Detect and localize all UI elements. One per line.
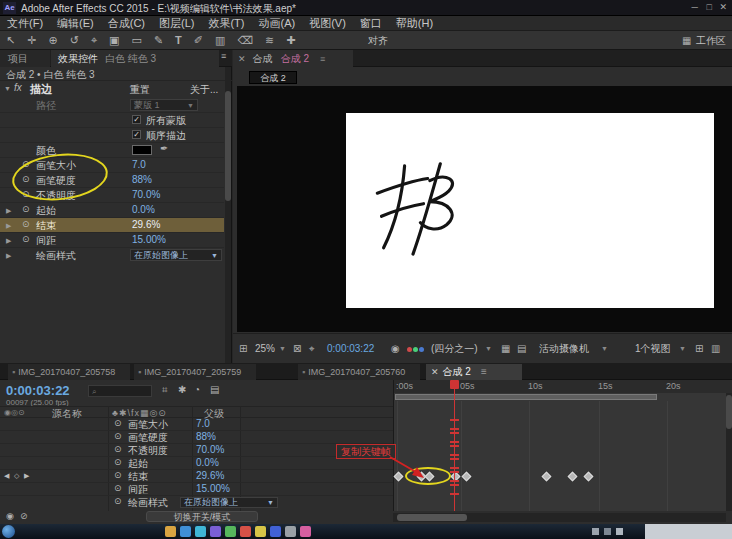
- channel-icon[interactable]: [413, 347, 418, 352]
- safe-zones-icon[interactable]: ⊠: [293, 334, 301, 364]
- tab-img-205758[interactable]: ▪IMG_20170407_205758: [8, 364, 130, 380]
- menu-help[interactable]: 帮助(H): [389, 17, 440, 29]
- keyframe-diamond[interactable]: [462, 472, 472, 482]
- property-value[interactable]: 0.0%: [196, 457, 219, 468]
- paint-style-dropdown[interactable]: 在原始图像上▼: [130, 249, 222, 261]
- property-value[interactable]: 88%: [196, 431, 216, 442]
- stopwatch-icon[interactable]: ⊙: [22, 189, 30, 199]
- pen-tool[interactable]: ✎: [148, 34, 169, 46]
- timeline-track-area[interactable]: [393, 393, 732, 511]
- stroke-seq-checkbox[interactable]: ✓: [132, 130, 141, 139]
- path-dropdown[interactable]: 蒙版 1▼: [130, 99, 198, 111]
- tray-icon[interactable]: [604, 528, 611, 535]
- close-icon[interactable]: ✕: [426, 367, 443, 377]
- stopwatch-icon[interactable]: ⊙: [114, 431, 122, 441]
- taskbar-clock-area[interactable]: [645, 524, 732, 539]
- paint-style-dropdown[interactable]: 在原始图像上▼: [180, 497, 278, 508]
- keyframe-diamond[interactable]: [542, 472, 552, 482]
- keyframe-nav-previous-icon[interactable]: ◀: [4, 472, 9, 480]
- time-ruler[interactable]: :00s 05s 10s 15s 20s: [393, 380, 732, 393]
- taskbar-app-gray[interactable]: [285, 526, 296, 537]
- property-value[interactable]: 15.00%: [196, 483, 230, 494]
- keyframe-nav-next-icon[interactable]: ▶: [24, 472, 29, 480]
- panel-menu-icon[interactable]: ≡: [312, 54, 325, 64]
- region-of-interest-icon[interactable]: ▦: [501, 334, 510, 364]
- view-layout-select[interactable]: 1个视图: [635, 334, 671, 364]
- tab-img-205760[interactable]: ▪IMG_20170407_205760: [298, 364, 420, 380]
- crosshair-icon[interactable]: ⌖: [309, 334, 315, 364]
- expand-triangle-icon[interactable]: ▶: [6, 207, 11, 215]
- expand-triangle-icon[interactable]: ▶: [6, 252, 11, 260]
- selection-tool[interactable]: ↖: [0, 34, 21, 46]
- property-value[interactable]: 29.6%: [132, 219, 160, 230]
- stopwatch-icon[interactable]: ⊙: [114, 444, 122, 454]
- comp-timecode[interactable]: 0:00:03:22: [327, 334, 374, 364]
- taskbar-app-blue[interactable]: [270, 526, 281, 537]
- comp-canvas[interactable]: [346, 113, 714, 308]
- stopwatch-icon[interactable]: ⊙: [22, 159, 30, 169]
- expand-inout-icon[interactable]: ⊘: [20, 511, 28, 521]
- roto-brush-tool[interactable]: ≋: [259, 34, 280, 46]
- eraser-tool[interactable]: ⌫: [231, 34, 259, 46]
- stopwatch-icon[interactable]: ⊙: [22, 204, 30, 214]
- stopwatch-icon[interactable]: ⊙: [114, 483, 122, 493]
- stopwatch-icon[interactable]: ⊙: [114, 457, 122, 467]
- menu-layer[interactable]: 图层(L): [152, 17, 201, 29]
- playhead-marker[interactable]: [450, 380, 459, 389]
- graph-editor-icon[interactable]: ▤: [210, 384, 219, 395]
- camera-tool[interactable]: ⌖: [85, 34, 103, 46]
- taskbar-app-green[interactable]: [225, 526, 236, 537]
- expand-transfer-controls-icon[interactable]: ◉: [6, 511, 14, 521]
- eyedropper-icon[interactable]: ✒: [160, 143, 168, 154]
- fast-preview-icon[interactable]: ▥: [711, 334, 720, 364]
- menu-animation[interactable]: 动画(A): [252, 17, 303, 29]
- taskbar-app-yellow[interactable]: [255, 526, 266, 537]
- panel-menu-icon[interactable]: ≡: [221, 51, 226, 61]
- timeline-v-scrollbar-thumb[interactable]: [726, 395, 732, 429]
- comp-navigator-chip[interactable]: 合成 2: [249, 71, 297, 84]
- stopwatch-icon[interactable]: ⊙: [114, 496, 122, 506]
- all-masks-checkbox[interactable]: ✓: [132, 115, 141, 124]
- menu-window[interactable]: 窗口: [353, 17, 389, 29]
- tab-comp2-active[interactable]: ✕合成 2≡: [426, 364, 522, 380]
- pixel-aspect-icon[interactable]: ⊞: [695, 334, 703, 364]
- keyframe-nav-add-icon[interactable]: ◇: [14, 472, 19, 480]
- about-button[interactable]: 关于...: [190, 83, 218, 97]
- property-value[interactable]: 70.0%: [132, 189, 160, 200]
- channel-icon[interactable]: [419, 347, 424, 352]
- chevron-down-icon[interactable]: ▼: [279, 334, 286, 364]
- transparency-grid-icon[interactable]: ▤: [517, 334, 526, 364]
- close-button[interactable]: ✕: [719, 2, 727, 12]
- tab-img-205759[interactable]: ▪IMG_20170407_205759: [134, 364, 256, 380]
- expand-triangle-icon[interactable]: ▶: [6, 222, 11, 230]
- align-label[interactable]: 对齐: [368, 31, 388, 50]
- property-value[interactable]: 29.6%: [196, 470, 224, 481]
- stopwatch-icon[interactable]: ⊙: [22, 219, 30, 229]
- puppet-tool[interactable]: ✚: [280, 34, 301, 46]
- draft-3d-icon[interactable]: ✱: [178, 384, 186, 395]
- effect-row-end[interactable]: ▶ ⊙ 结束 29.6%: [0, 218, 224, 233]
- menu-file[interactable]: 文件(F): [0, 17, 50, 29]
- hand-tool[interactable]: ✛: [21, 34, 42, 46]
- property-value[interactable]: 15.00%: [132, 234, 166, 245]
- tab-composition[interactable]: ✕ 合成 合成 2 ≡: [233, 50, 353, 67]
- collapse-triangle-icon[interactable]: ▼: [4, 85, 11, 92]
- property-value[interactable]: 7.0: [132, 159, 146, 170]
- timeline-timecode[interactable]: 0:00:03:22: [6, 383, 70, 398]
- property-value[interactable]: 88%: [132, 174, 152, 185]
- close-icon[interactable]: ✕: [233, 54, 250, 64]
- keyframe-diamond[interactable]: [584, 472, 594, 482]
- property-value[interactable]: 70.0%: [196, 444, 224, 455]
- timeline-search-input[interactable]: ⌕: [88, 385, 152, 397]
- effect-header-row[interactable]: ▼ fx 描边 重置 关于...: [0, 81, 232, 97]
- timeline-v-scrollbar[interactable]: [726, 393, 732, 511]
- effects-scrollbar-thumb[interactable]: [225, 91, 231, 201]
- taskbar-app-browser[interactable]: [180, 526, 191, 537]
- tray-icon[interactable]: [592, 528, 599, 535]
- menu-edit[interactable]: 编辑(E): [50, 17, 101, 29]
- panel-menu-icon[interactable]: ≡: [471, 366, 487, 377]
- chevron-down-icon[interactable]: ▼: [601, 334, 608, 364]
- workspace-label[interactable]: 工作区: [696, 31, 726, 50]
- snapshot-icon[interactable]: ◉: [391, 334, 400, 364]
- minimize-button[interactable]: ─: [692, 2, 698, 12]
